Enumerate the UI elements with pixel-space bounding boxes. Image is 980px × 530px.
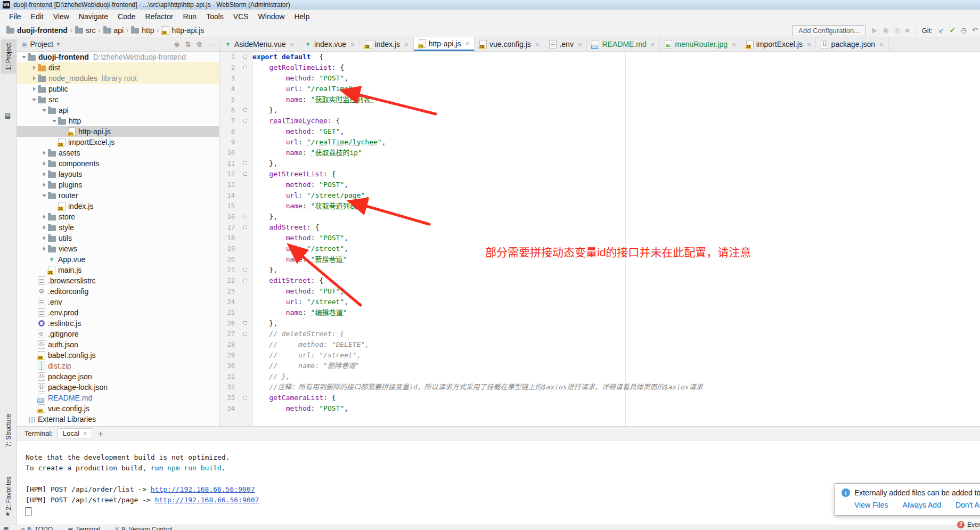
- statusbar-9-version-control[interactable]: Y9: Version Control: [115, 526, 173, 530]
- fold-marker[interactable]: [239, 318, 252, 329]
- tab-close-icon[interactable]: ×: [350, 40, 355, 48]
- menu-code[interactable]: Code: [113, 12, 140, 21]
- favorites-star-icon[interactable]: ★: [5, 510, 11, 518]
- coverage-icon[interactable]: ◎: [894, 26, 900, 35]
- tree-item-plugins[interactable]: plugins: [17, 180, 219, 190]
- tree-item-vue.config.js[interactable]: vue.config.js: [17, 403, 219, 414]
- update-project-icon[interactable]: ↙: [938, 26, 944, 35]
- tree-item-public[interactable]: public: [17, 84, 219, 94]
- tree-item-src[interactable]: src: [17, 94, 219, 105]
- statusbar-terminal[interactable]: ▣Terminal: [68, 526, 100, 530]
- tree-item-dist[interactable]: dist: [17, 62, 219, 73]
- fold-marker[interactable]: [239, 116, 252, 126]
- breadcrumb-item-http[interactable]: http: [131, 26, 154, 35]
- tree-item-api[interactable]: api: [17, 105, 219, 116]
- menu-navigate[interactable]: Navigate: [74, 12, 113, 21]
- menu-tools[interactable]: Tools: [201, 12, 228, 21]
- tool-window-switcher-icon[interactable]: ▦: [3, 525, 9, 530]
- tree-item-README.md[interactable]: README.md: [17, 393, 219, 403]
- tab-menuRouter.jpg[interactable]: menuRouter.jpg×: [660, 37, 741, 51]
- tree-item-External Libraries[interactable]: |||External Libraries: [17, 414, 219, 425]
- tab-close-icon[interactable]: ×: [651, 40, 655, 48]
- tab-close-icon[interactable]: ×: [732, 40, 736, 48]
- tree-item-App.vue[interactable]: ▼App.vue: [17, 254, 219, 265]
- tool-strip-project[interactable]: 1: Project: [1, 39, 16, 74]
- tab-close-icon[interactable]: ×: [879, 40, 884, 48]
- menu-help[interactable]: Help: [289, 12, 314, 21]
- fold-marker[interactable]: [239, 62, 252, 73]
- expand-arrow-icon[interactable]: [20, 56, 28, 59]
- tree-item-router[interactable]: router: [17, 190, 219, 201]
- chevron-down-icon[interactable]: ▼: [56, 42, 61, 47]
- tree-item-style[interactable]: style: [17, 222, 219, 233]
- close-icon[interactable]: ×: [83, 429, 87, 437]
- project-tree[interactable]: duoji-frontendD:\zheheWeb\duoji-frontend…: [17, 52, 219, 426]
- tree-item-http[interactable]: http: [17, 116, 219, 126]
- expand-arrow-icon[interactable]: [30, 66, 38, 70]
- tree-item-package.json[interactable]: package.json: [17, 371, 219, 382]
- tree-item-components[interactable]: components: [17, 158, 219, 169]
- menu-refactor[interactable]: Refactor: [141, 12, 178, 21]
- fold-marker[interactable]: [239, 329, 252, 339]
- tab-close-icon[interactable]: ×: [465, 39, 469, 47]
- tab-close-icon[interactable]: ×: [290, 40, 295, 48]
- tab-close-icon[interactable]: ×: [807, 40, 811, 48]
- tab-AsideMenu.vue[interactable]: ▼AsideMenu.vue×: [219, 37, 299, 51]
- tree-item-.browserslistrc[interactable]: .browserslistrc: [17, 275, 219, 286]
- tab-close-icon[interactable]: ×: [578, 40, 582, 48]
- tree-item-index.js[interactable]: index.js: [17, 201, 219, 211]
- fold-marker[interactable]: [239, 222, 252, 233]
- tab-close-icon[interactable]: ×: [404, 40, 409, 48]
- notification-action-don-t-ask-again[interactable]: Don't Ask Again: [956, 501, 980, 509]
- tree-item-importExcel.js[interactable]: importExcel.js: [17, 137, 219, 148]
- tree-item-node_modules[interactable]: node_moduleslibrary root: [17, 73, 219, 84]
- breadcrumb-item-duoji-frontend[interactable]: duoji-frontend: [6, 26, 68, 35]
- expand-arrow-icon[interactable]: [40, 194, 48, 197]
- fold-marker[interactable]: [239, 265, 252, 275]
- tool-strip-structure[interactable]: 7: Structure: [1, 410, 16, 451]
- tree-item-http-api.js[interactable]: http-api.js: [17, 126, 219, 137]
- expand-arrow-icon[interactable]: [51, 120, 58, 123]
- add-configuration-button[interactable]: Add Configuration...: [792, 25, 866, 36]
- stop-icon[interactable]: ■: [905, 26, 910, 35]
- event-log-button[interactable]: 2 Event Log: [957, 521, 980, 528]
- menu-edit[interactable]: Edit: [26, 12, 48, 21]
- locate-icon[interactable]: ⊕: [174, 40, 180, 48]
- fold-marker[interactable]: [239, 105, 252, 116]
- tree-item-babel.config.js[interactable]: babel.config.js: [17, 350, 219, 361]
- expand-arrow-icon[interactable]: [40, 172, 48, 176]
- code-editor[interactable]: 1export default {2 getRealTimeList: {3 m…: [219, 52, 980, 426]
- history-icon[interactable]: ◷: [961, 26, 967, 35]
- tool-strip-icon[interactable]: ▤: [5, 112, 11, 119]
- expand-arrow-icon[interactable]: [40, 247, 48, 251]
- expand-arrow-icon[interactable]: [40, 215, 48, 219]
- tree-item-package-lock.json[interactable]: package-lock.json: [17, 382, 219, 393]
- project-panel-title[interactable]: Project: [30, 40, 53, 48]
- fold-marker[interactable]: [239, 169, 252, 180]
- terminal-tab-local[interactable]: Local ×: [58, 428, 93, 438]
- expand-arrow-icon[interactable]: [40, 151, 48, 155]
- tree-item-.env.prod[interactable]: .env.prod: [17, 307, 219, 318]
- fold-marker[interactable]: [239, 211, 252, 222]
- terminal-cursor[interactable]: [26, 507, 31, 516]
- statusbar-6-todo[interactable]: ≡6: TODO: [21, 526, 53, 530]
- menu-file[interactable]: File: [4, 12, 26, 21]
- tree-item-.eslintrc.js[interactable]: .eslintrc.js: [17, 318, 219, 329]
- tree-item-.env[interactable]: .env: [17, 297, 219, 307]
- expand-arrow-icon[interactable]: [40, 161, 48, 166]
- tab-index.js[interactable]: index.js×: [360, 37, 414, 51]
- terminal-link[interactable]: http://192.168.66.56:9007: [151, 485, 255, 493]
- tree-item-.editorconfig[interactable]: ⚙.editorconfig: [17, 286, 219, 297]
- expand-arrow-icon[interactable]: [30, 76, 38, 80]
- run-icon[interactable]: ▶: [872, 26, 877, 35]
- debug-icon[interactable]: ◉: [883, 26, 888, 35]
- terminal-link[interactable]: http://192.168.66.56:9007: [155, 496, 259, 504]
- tab-http-api.js[interactable]: http-api.js×: [414, 37, 475, 51]
- tree-item-views[interactable]: views: [17, 243, 219, 254]
- expand-arrow-icon[interactable]: [40, 183, 48, 187]
- breadcrumb-item-http-api.js[interactable]: http-api.js: [162, 26, 205, 35]
- tree-item-utils[interactable]: utils: [17, 233, 219, 243]
- tree-item-main.js[interactable]: main.js: [17, 265, 219, 275]
- settings-icon[interactable]: ⚙: [196, 40, 202, 48]
- tool-strip-favorites[interactable]: 2: Favorites: [1, 473, 16, 514]
